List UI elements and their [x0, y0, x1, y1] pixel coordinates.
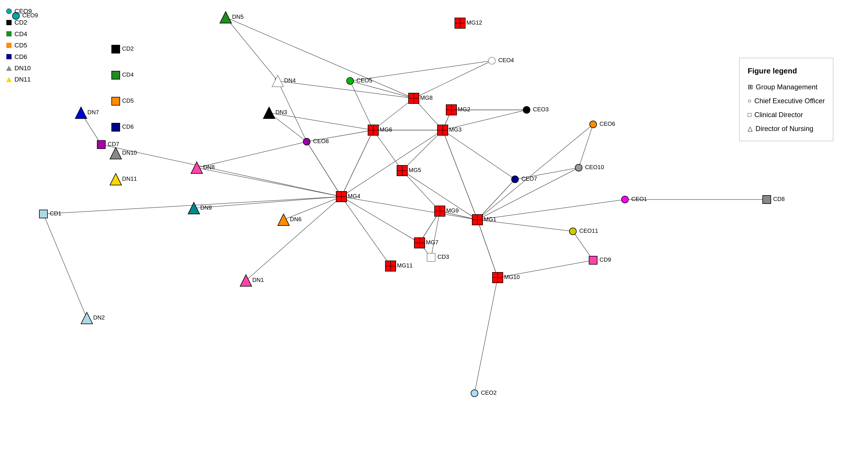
label-MG5: MG5 — [408, 167, 421, 173]
label-CD9: CD9 — [599, 257, 611, 263]
edge-MG1-MG3 — [443, 130, 477, 220]
label-CEO7: CEO7 — [521, 175, 537, 182]
director-nursing-icon: △ — [748, 122, 752, 135]
svg-marker-60 — [272, 75, 283, 87]
lr-don-label: Director of Nursing — [755, 122, 813, 136]
node-CEO10: CEO10 — [575, 164, 604, 171]
label-DN2: DN2 — [93, 314, 105, 321]
node-MG5: MG5 — [397, 165, 421, 176]
svg-point-38 — [471, 390, 478, 397]
edge-CEO1-MG1 — [477, 199, 625, 220]
node-CEO1: CEO1 — [621, 196, 647, 203]
legend-label-DN11: DN11 — [14, 74, 31, 85]
label-MG2: MG2 — [458, 106, 470, 112]
svg-point-46 — [575, 164, 582, 171]
edge-MG5-MG3 — [402, 130, 443, 171]
legend-item-CD5: CD5 — [6, 40, 32, 51]
label-DN9: DN9 — [200, 204, 212, 211]
edge-MG7-MG4 — [341, 197, 420, 243]
legend-label-CEO9: CEO9 — [14, 6, 32, 17]
label-MG6: MG6 — [380, 126, 392, 133]
legend-item-DN10: DN10 — [6, 63, 32, 73]
edge-MG6-MG5 — [373, 130, 402, 171]
svg-rect-49 — [112, 45, 120, 53]
svg-rect-52 — [112, 97, 120, 105]
svg-rect-48 — [39, 210, 48, 218]
lr-clinical-director: □ Clinical Director — [748, 108, 825, 122]
node-DN3: DN3 — [263, 107, 287, 119]
svg-marker-62 — [278, 214, 289, 226]
label-CEO1: CEO1 — [631, 196, 647, 202]
node-DN2: DN2 — [81, 312, 105, 324]
label-CD7: CD7 — [107, 141, 119, 147]
legend-right: Figure legend ⊞ Group Management ○ Chief… — [739, 58, 833, 141]
node-CEO5: CEO5 — [347, 77, 372, 85]
label-MG9: MG9 — [446, 207, 459, 214]
edge-CD7-MG4 — [101, 144, 341, 197]
label-MG3: MG3 — [449, 126, 462, 133]
edge-CEO8-MG4 — [307, 142, 341, 197]
label-CEO8: CEO8 — [313, 138, 329, 144]
node-CD2: CD2 — [112, 45, 134, 53]
svg-rect-51 — [112, 71, 120, 79]
svg-point-41 — [347, 77, 353, 85]
ceo-icon: ○ — [748, 95, 751, 107]
label-CEO6: CEO6 — [599, 121, 615, 127]
node-CD8: CD8 — [763, 195, 785, 203]
label-MG10: MG10 — [504, 274, 520, 280]
svg-point-44 — [303, 138, 310, 145]
label-DN7: DN7 — [87, 109, 99, 116]
svg-marker-74 — [6, 77, 12, 82]
legend-left: CEO9 CD2 CD4 CD5 CD6 — [6, 6, 32, 86]
label-DN3: DN3 — [275, 109, 287, 116]
svg-marker-59 — [263, 107, 275, 119]
node-DN11: DN11 — [110, 173, 137, 185]
svg-marker-61 — [220, 11, 231, 23]
node-MG7: MG7 — [414, 238, 438, 248]
node-CD6: CD6 — [112, 123, 134, 131]
svg-point-43 — [512, 176, 519, 183]
label-CEO2: CEO2 — [481, 390, 496, 396]
label-MG4: MG4 — [348, 193, 360, 199]
lr-cd-label: Clinical Director — [754, 108, 803, 122]
label-CD2: CD2 — [122, 45, 134, 52]
label-CEO3: CEO3 — [533, 106, 549, 112]
node-CD4: CD4 — [112, 71, 134, 79]
label-CD5: CD5 — [122, 97, 134, 104]
node-DN9: DN9 — [188, 202, 212, 214]
label-CEO4: CEO4 — [498, 57, 514, 63]
edge-DN8-MG4 — [197, 168, 341, 197]
node-MG10: MG10 — [492, 272, 520, 283]
edge-CEO7-MG3 — [443, 130, 515, 179]
legend-item-CEO9: CEO9 — [6, 6, 32, 17]
node-CEO6: CEO6 — [590, 121, 615, 128]
label-DN11: DN11 — [122, 175, 137, 182]
node-DN7: DN7 — [75, 107, 99, 119]
label-MG12: MG12 — [466, 20, 482, 26]
clinical-director-icon: □ — [748, 108, 751, 121]
CD4-icon — [6, 31, 12, 37]
svg-point-37 — [621, 196, 628, 203]
edge-CEO6-CEO10 — [579, 124, 593, 168]
node-MG2: MG2 — [446, 105, 470, 115]
edge-MG4-MG3 — [341, 130, 443, 197]
label-MG1: MG1 — [484, 216, 496, 222]
svg-rect-55 — [763, 195, 771, 203]
svg-marker-66 — [110, 148, 122, 159]
svg-marker-64 — [191, 162, 203, 173]
label-DN8: DN8 — [203, 164, 215, 170]
CEO9-icon — [6, 8, 12, 14]
edge-DN3-MG6 — [269, 113, 373, 130]
label-MG7: MG7 — [426, 239, 438, 246]
svg-point-42 — [590, 121, 597, 128]
node-MG3: MG3 — [437, 125, 462, 135]
edge-DN5-DN4 — [226, 18, 278, 81]
svg-marker-58 — [81, 312, 93, 324]
edge-MG5-MG9 — [402, 171, 440, 211]
node-CEO11: CEO11 — [569, 228, 598, 235]
edge-DN3-CEO8 — [269, 113, 307, 142]
svg-marker-73 — [6, 66, 12, 71]
edge-MG10-MG1 — [477, 220, 498, 278]
node-MG8: MG8 — [408, 93, 433, 103]
node-MG6: MG6 — [368, 125, 392, 135]
